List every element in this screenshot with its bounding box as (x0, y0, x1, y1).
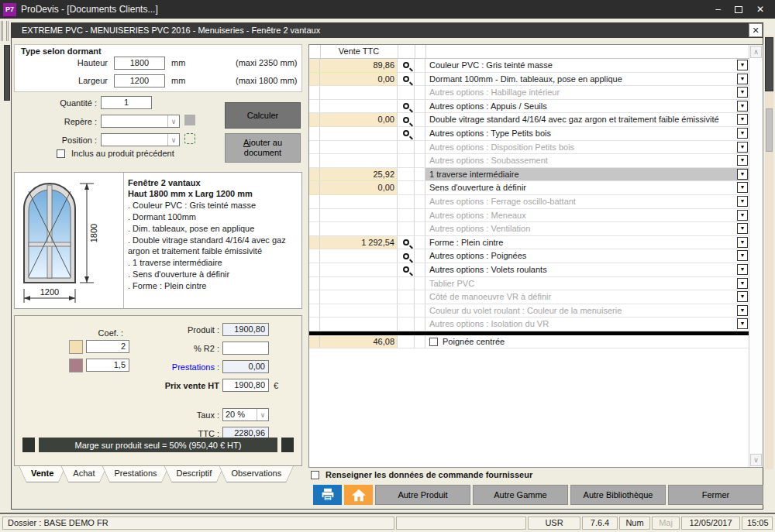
coef2-field[interactable]: 1,5 (86, 359, 129, 372)
option-label-cell[interactable]: Tablier PVC▼ (425, 277, 749, 290)
scroll-up-icon[interactable]: ∧ (750, 46, 762, 58)
magnifier-icon[interactable] (403, 266, 409, 273)
footer-button-autre-produit[interactable]: Autre Produit (375, 485, 470, 505)
option-label-cell[interactable]: Autres options : Type Petits bois▼ (425, 127, 749, 140)
repere-select[interactable]: ∨ (101, 115, 180, 128)
chevron-down-icon[interactable]: ▼ (737, 142, 748, 153)
option-label-cell[interactable]: Couleur PVC : Gris teinté masse▼ (425, 59, 749, 72)
chevron-down-icon[interactable]: ∨ (257, 409, 268, 420)
option-label-cell[interactable]: Autres options : Ferrage oscillo-battant… (425, 195, 749, 208)
checkbox[interactable] (311, 471, 319, 479)
option-label-cell[interactable]: Forme : Plein cintre▼ (425, 236, 749, 249)
option-label-cell[interactable]: Autres options : Disposition Petits bois… (425, 141, 749, 154)
largeur-field[interactable]: 1200 (114, 74, 165, 88)
taux-select[interactable]: 20 % ∨ (222, 408, 269, 421)
toolbar-grip[interactable] (1, 21, 9, 41)
chevron-down-icon[interactable]: ▼ (737, 128, 748, 139)
option-label-cell[interactable]: Autres options : Ventilation▼ (425, 222, 749, 235)
option-label-cell[interactable]: Couleur du volet roulant : Couleur de la… (425, 304, 749, 317)
quantite-field[interactable]: 1 (101, 96, 152, 109)
home-button[interactable] (344, 485, 373, 505)
chevron-down-icon[interactable]: ▼ (737, 291, 748, 302)
inclus-checkbox-row[interactable]: Inclus au produit précédent (57, 149, 174, 158)
chevron-down-icon[interactable]: ▼ (737, 182, 748, 193)
option-label-cell[interactable]: Autres options : Appuis / Seuils▼ (425, 100, 749, 113)
coef-label: Coef. : (30, 328, 123, 338)
chevron-down-icon[interactable]: ▼ (737, 223, 748, 234)
r2-field[interactable] (222, 342, 269, 355)
option-label-cell[interactable]: Côté de manoeuvre VR à définir▼ (425, 290, 749, 304)
close-icon[interactable]: ✕ (756, 4, 764, 15)
prix-vente-field[interactable]: 1900,80 (222, 379, 269, 392)
fournisseur-checkbox-row[interactable]: Renseigner les données de commande fourn… (311, 470, 532, 479)
magnifier-icon[interactable] (403, 76, 409, 82)
checkbox[interactable] (57, 149, 65, 158)
calculer-button[interactable]: Calculer (225, 102, 301, 129)
chevron-down-icon[interactable]: ▼ (737, 74, 748, 84)
tab-prestations[interactable]: Prestations (102, 465, 170, 482)
option-label-cell[interactable]: Autres options : Volets roulants▼ (425, 263, 749, 276)
footer-button-autre-biblioth-que[interactable]: Autre Bibliothèque (570, 485, 666, 505)
ajouter-au-document-button[interactable]: Ajouter au document (225, 133, 301, 163)
option-label: Autres options : Meneaux (429, 211, 526, 220)
chevron-down-icon[interactable]: ▼ (737, 237, 748, 248)
option-label-cell[interactable]: Autres options : Poignées▼ (425, 249, 749, 263)
chevron-down-icon[interactable]: ▼ (737, 210, 748, 221)
chevron-down-icon[interactable]: ▼ (737, 196, 748, 207)
coef1-field[interactable]: 2 (86, 340, 129, 353)
option-label: Autres options : Habillage intérieur (429, 88, 560, 97)
option-label-cell[interactable]: 1 traverse intermédiaire▼ (425, 168, 749, 181)
option-label-cell[interactable]: Autres options : Isolation du VR▼ (425, 317, 749, 331)
print-button[interactable] (313, 485, 342, 505)
tab-vente[interactable]: Vente (19, 465, 66, 482)
left-scrollbar-thumb[interactable] (4, 45, 10, 101)
chevron-down-icon[interactable]: ▼ (737, 114, 748, 125)
footer-button-autre-gamme[interactable]: Autre Gamme (473, 485, 568, 505)
magnifier-icon[interactable] (403, 62, 409, 68)
magnifier-icon[interactable] (403, 253, 409, 259)
option-label-cell[interactable]: Sens d'ouverture à définir▼ (425, 181, 749, 194)
tab-label: Vente (19, 465, 66, 481)
magnifier-icon[interactable] (403, 130, 409, 136)
tab-observations[interactable]: Observations (219, 465, 294, 482)
option-label-cell[interactable]: Autres options : Meneaux▼ (425, 209, 749, 222)
repere-color-swatch[interactable] (184, 115, 195, 125)
position-picker-icon[interactable] (184, 133, 195, 144)
magnifier-icon[interactable] (403, 103, 409, 109)
chevron-down-icon[interactable]: ▼ (737, 278, 748, 289)
checkbox[interactable] (429, 338, 438, 346)
chevron-down-icon[interactable]: ▼ (737, 155, 748, 166)
chevron-down-icon[interactable]: ∨ (167, 134, 179, 146)
status-cell: 15:05 (742, 517, 773, 530)
chevron-down-icon[interactable]: ▼ (737, 87, 748, 98)
document-close-icon[interactable]: ✕ (749, 23, 763, 37)
tab-achat[interactable]: Achat (60, 465, 107, 482)
option-label-cell[interactable]: Autres options : Habillage intérieur▼ (425, 86, 749, 99)
scroll-down-icon[interactable]: ∨ (750, 454, 762, 466)
prestations-label[interactable]: Prestations : (126, 362, 219, 372)
chevron-down-icon[interactable]: ▼ (737, 169, 748, 180)
outer-scrollbar[interactable] (765, 36, 773, 469)
chevron-down-icon[interactable]: ▼ (737, 264, 748, 275)
option-label-cell[interactable]: Autres options : Soubassement▼ (425, 154, 749, 167)
minimize-icon[interactable]: – (715, 4, 721, 15)
magnifier-icon[interactable] (403, 117, 409, 123)
outer-scrollbar-thumb[interactable] (765, 37, 773, 91)
option-label-cell[interactable]: Double vitrage standard 4/16/4 avec gaz … (425, 113, 749, 126)
tab-descriptif[interactable]: Descriptif (164, 465, 225, 482)
footer-button-fermer[interactable]: Fermer (668, 485, 763, 505)
hauteur-field[interactable]: 1800 (114, 57, 165, 70)
option-label-cell[interactable]: Dormant 100mm - Dim. tableaux, pose en a… (425, 73, 749, 86)
chevron-down-icon[interactable]: ▼ (737, 305, 748, 316)
position-select[interactable]: ∨ (101, 133, 180, 146)
chevron-down-icon[interactable]: ▼ (737, 60, 748, 70)
outer-scrollbar-thumb[interactable] (766, 108, 773, 152)
chevron-down-icon[interactable]: ▼ (737, 318, 748, 329)
magnifier-icon[interactable] (403, 239, 409, 245)
option-label-cell[interactable]: Poignée centrée (425, 335, 749, 348)
chevron-down-icon[interactable]: ∨ (167, 115, 179, 127)
chevron-down-icon[interactable]: ▼ (737, 101, 748, 112)
chevron-down-icon[interactable]: ▼ (737, 250, 748, 261)
maximize-icon[interactable] (735, 6, 742, 13)
options-scrollbar[interactable]: ∧ ∨ (749, 45, 763, 467)
